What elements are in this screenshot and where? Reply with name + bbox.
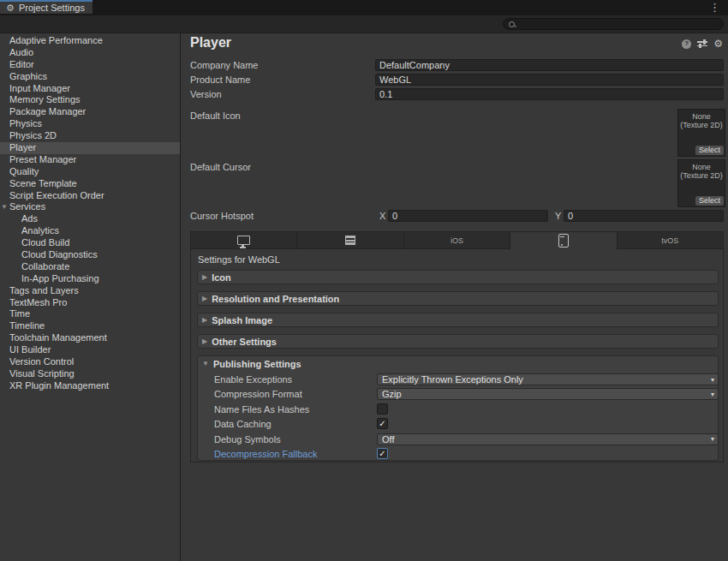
platform-tab-dedicated-server[interactable] — [297, 232, 403, 249]
sidebar-item-label: Scene Template — [9, 178, 77, 188]
settings-gear-icon[interactable]: ⚙ — [713, 39, 723, 49]
sidebar-item-label: Timeline — [9, 320, 45, 331]
dropdown-value: Off — [382, 434, 394, 445]
default-icon-label: Default Icon — [190, 110, 241, 121]
server-icon — [345, 236, 355, 245]
sidebar-item-label: Package Manager — [9, 106, 86, 116]
sidebar-item-script-execution-order[interactable]: Script Execution Order — [0, 190, 180, 202]
sidebar-item-preset-manager[interactable]: Preset Manager — [0, 154, 180, 166]
sidebar-item-in-app-purchasing[interactable]: In-App Purchasing — [0, 273, 180, 285]
sidebar-item-physics-2d[interactable]: Physics 2D — [0, 130, 180, 142]
sidebar-item-memory-settings[interactable]: Memory Settings — [0, 94, 180, 106]
hotspot-x-input[interactable] — [388, 210, 548, 222]
sidebar-item-ads[interactable]: Ads — [0, 213, 180, 225]
sidebar-item-ui-builder[interactable]: UI Builder — [0, 344, 180, 356]
platform-tab-label: tvOS — [661, 236, 678, 245]
debug-symbols-dropdown[interactable]: Off▾ — [377, 433, 719, 445]
sidebar-item-textmesh-pro[interactable]: TextMesh Pro — [0, 297, 180, 309]
compression-format-dropdown[interactable]: Gzip▾ — [377, 388, 719, 400]
publishing-settings-section: ▼ Publishing Settings Enable ExceptionsE… — [197, 355, 719, 461]
sidebar-item-label: Player — [9, 142, 36, 152]
platform-tab-label: iOS — [451, 236, 463, 245]
expander-icon[interactable]: ▼ — [1, 201, 8, 213]
sidebar-item-visual-scripting[interactable]: Visual Scripting — [0, 368, 180, 380]
company-name-label: Company Name — [190, 60, 258, 70]
section-icon[interactable]: ▶Icon — [197, 270, 719, 284]
version-input[interactable] — [375, 88, 724, 100]
section-splash-image[interactable]: ▶Splash Image — [197, 313, 719, 327]
window-menu-icon[interactable]: ⋮ — [709, 1, 720, 15]
foldout-closed-icon: ▶ — [202, 338, 207, 345]
sidebar-item-adaptive-performance[interactable]: Adaptive Performance — [0, 35, 180, 47]
sidebar-item-input-manager[interactable]: Input Manager — [0, 83, 180, 95]
sidebar-item-collaborate[interactable]: Collaborate — [0, 261, 180, 273]
publishing-settings-header[interactable]: ▼ Publishing Settings — [198, 356, 718, 371]
platform-tab-tvos[interactable]: tvOS — [618, 232, 723, 249]
sidebar-item-label: Cloud Build — [21, 237, 69, 248]
hotspot-y-input[interactable] — [564, 210, 724, 222]
sidebar-item-editor[interactable]: Editor — [0, 59, 180, 71]
sidebar-item-graphics[interactable]: Graphics — [0, 71, 180, 83]
platform-settings-group: iOStvOS Settings for WebGL ▶Icon▶Resolut… — [190, 231, 724, 463]
sidebar-item-label: Analytics — [21, 225, 59, 236]
default-icon-select-button[interactable]: Select — [695, 146, 724, 155]
section-other-settings[interactable]: ▶Other Settings — [197, 334, 719, 349]
section-resolution-and-presentation[interactable]: ▶Resolution and Presentation — [197, 291, 719, 306]
search-input[interactable] — [518, 19, 718, 29]
sidebar: Adaptive PerformanceAudioEditorGraphicsI… — [0, 33, 181, 561]
enable-exceptions-dropdown[interactable]: Explicitly Thrown Exceptions Only▾ — [377, 373, 719, 385]
chevron-down-icon: ▾ — [711, 391, 714, 398]
sidebar-item-label: Quality — [9, 166, 39, 176]
search-box[interactable] — [503, 18, 724, 30]
monitor-icon — [237, 236, 250, 245]
foldout-closed-icon: ▶ — [202, 274, 207, 281]
default-icon-picker[interactable]: None (Texture 2D) Select — [677, 109, 725, 157]
sidebar-item-physics[interactable]: Physics — [0, 118, 180, 130]
sidebar-item-version-control[interactable]: Version Control — [0, 356, 180, 368]
sidebar-item-services[interactable]: ▼Services — [0, 201, 180, 213]
hotspot-x-label: X — [379, 211, 385, 221]
help-icon[interactable]: ? — [682, 39, 691, 49]
presets-icon[interactable] — [697, 39, 707, 48]
default-cursor-picker[interactable]: None (Texture 2D) Select — [677, 159, 725, 207]
section-title: Splash Image — [212, 315, 272, 325]
foldout-closed-icon: ▶ — [202, 295, 207, 302]
sidebar-item-label: TextMesh Pro — [9, 297, 67, 307]
product-name-input[interactable] — [375, 74, 724, 86]
sidebar-item-tags-and-layers[interactable]: Tags and Layers — [0, 285, 180, 297]
cursor-hotspot-label: Cursor Hotspot — [190, 211, 254, 221]
data-caching-checkbox[interactable]: ✓ — [377, 418, 388, 429]
sidebar-item-label: Script Execution Order — [9, 190, 104, 200]
sidebar-item-label: Input Manager — [9, 83, 70, 93]
default-cursor-select-button[interactable]: Select — [695, 196, 724, 206]
platform-tab-ios[interactable]: iOS — [404, 232, 510, 249]
decompression-fallback-checkbox[interactable]: ✓ — [377, 448, 388, 459]
sidebar-item-package-manager[interactable]: Package Manager — [0, 106, 180, 118]
sidebar-item-cloud-diagnostics[interactable]: Cloud Diagnostics — [0, 249, 180, 261]
sidebar-item-timeline[interactable]: Timeline — [0, 320, 180, 332]
sidebar-item-cloud-build[interactable]: Cloud Build — [0, 237, 180, 249]
sidebar-item-label: Services — [9, 201, 45, 212]
sidebar-item-time[interactable]: Time — [0, 308, 180, 320]
project-settings-window: ⚙ Project Settings ⋮ Adaptive Performanc… — [0, 0, 728, 561]
sidebar-item-player[interactable]: Player — [0, 142, 180, 154]
platform-tab-standalone[interactable] — [191, 232, 297, 249]
sidebar-item-scene-template[interactable]: Scene Template — [0, 178, 180, 190]
name-files-as-hashes-label: Name Files As Hashes — [214, 404, 309, 415]
enable-exceptions-label: Enable Exceptions — [214, 374, 292, 385]
section-title: Resolution and Presentation — [212, 294, 339, 304]
foldout-closed-icon: ▶ — [202, 317, 207, 324]
sidebar-item-label: Toolchain Management — [9, 332, 107, 343]
company-name-input[interactable] — [375, 59, 724, 71]
sidebar-item-label: XR Plugin Management — [9, 380, 109, 391]
name-files-as-hashes-checkbox[interactable] — [377, 403, 388, 415]
tab-project-settings[interactable]: ⚙ Project Settings — [0, 0, 92, 14]
platform-tab-webgl[interactable] — [510, 232, 617, 249]
sidebar-item-audio[interactable]: Audio — [0, 47, 180, 59]
sidebar-item-toolchain-management[interactable]: Toolchain Management — [0, 332, 180, 344]
section-title: Icon — [212, 272, 231, 283]
search-icon — [509, 21, 515, 27]
sidebar-item-quality[interactable]: Quality — [0, 166, 180, 178]
sidebar-item-analytics[interactable]: Analytics — [0, 225, 180, 237]
sidebar-item-xr-plugin-management[interactable]: XR Plugin Management — [0, 380, 180, 392]
